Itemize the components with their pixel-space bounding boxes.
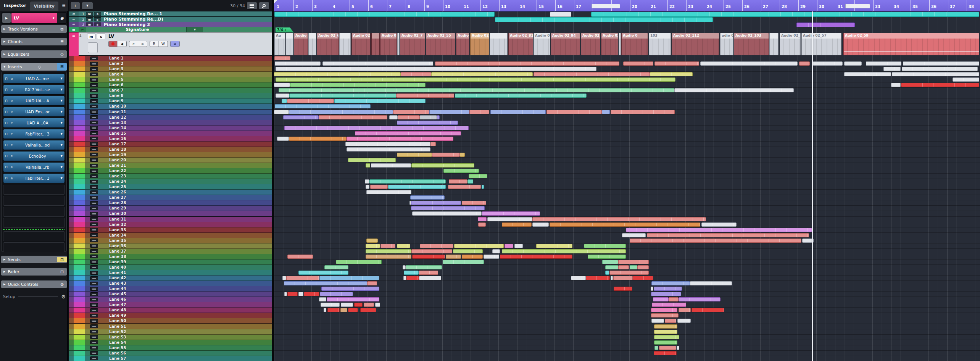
lane-color-chip[interactable]: [74, 340, 85, 345]
chords-icon[interactable]: ≣: [57, 39, 67, 44]
read-automation-button[interactable]: R: [150, 41, 159, 47]
lane-row[interactable]: Lane 41: [69, 270, 272, 276]
lane-clip[interactable]: [420, 244, 453, 248]
lane-solo-button[interactable]: [90, 340, 98, 344]
lane-clip[interactable]: [677, 346, 679, 350]
insert-slot-empty[interactable]: [3, 185, 65, 195]
lane-solo-button[interactable]: [90, 94, 98, 98]
lane-clip[interactable]: [277, 137, 289, 141]
lane-row[interactable]: Lane 33: [69, 227, 272, 233]
track-row[interactable]: ♒2msPiano Stemmning Re...D): [69, 17, 272, 22]
audio-clip[interactable]: [490, 33, 508, 55]
lane-solo-button[interactable]: [90, 249, 98, 253]
lane-solo-button[interactable]: [90, 196, 98, 200]
insert-slot[interactable]: ⊓eValhalla...od▼: [3, 140, 65, 150]
lane-solo-button[interactable]: [90, 260, 98, 264]
track-name[interactable]: LV: [108, 34, 114, 39]
lane-color-chip[interactable]: [74, 302, 85, 307]
lane-clip[interactable]: [891, 83, 901, 87]
audio-clip[interactable]: Audio 02_55: [470, 33, 489, 55]
ruler-measure[interactable]: 26: [742, 0, 761, 11]
lane-row[interactable]: Lane 13: [69, 120, 272, 126]
lane-solo-button[interactable]: [90, 233, 98, 237]
bypass-icon[interactable]: ⊓: [5, 88, 8, 92]
lane-clip[interactable]: [611, 110, 675, 114]
lane-clip[interactable]: [674, 88, 794, 92]
lane-clip[interactable]: [633, 276, 653, 280]
lane-row[interactable]: Lane 19: [69, 152, 272, 158]
lane-row[interactable]: Lane 57: [69, 356, 272, 361]
lane-clip[interactable]: [274, 72, 401, 76]
lane-row[interactable]: Lane 10: [69, 104, 272, 109]
lane-clip[interactable]: [347, 147, 430, 151]
lane-color-chip[interactable]: [74, 335, 85, 340]
edit-icon[interactable]: e: [11, 121, 13, 125]
lane-clip[interactable]: [380, 244, 395, 248]
ruler-measure[interactable]: 24: [705, 0, 724, 11]
lane-clip[interactable]: [602, 260, 618, 264]
insert-slot[interactable]: ⊓eUAD Em...or▼: [3, 107, 65, 117]
lane-clip[interactable]: [901, 83, 979, 87]
lane-color-chip[interactable]: [74, 308, 85, 313]
edit-icon[interactable]: e: [11, 77, 13, 81]
ruler-measure[interactable]: 30: [817, 0, 836, 11]
lane-clip[interactable]: [844, 61, 862, 66]
lane-clip[interactable]: [467, 179, 473, 184]
lane-solo-button[interactable]: [90, 346, 98, 350]
lane-clip[interactable]: [654, 324, 677, 329]
lane-clip[interactable]: [366, 163, 370, 168]
lane-clip[interactable]: [401, 72, 431, 76]
lane-clip[interactable]: [654, 330, 677, 334]
lane-clip[interactable]: [366, 239, 378, 243]
lane-solo-button[interactable]: [90, 126, 98, 130]
track-event-strip[interactable]: [591, 12, 979, 17]
lane-color-chip[interactable]: [74, 93, 85, 98]
lane-clip[interactable]: [487, 217, 532, 221]
lane-color-chip[interactable]: [74, 259, 85, 264]
ruler-measure[interactable]: 28: [780, 0, 798, 11]
section-quick-controls[interactable]: ▶ Quick Controls ⊘: [1, 280, 67, 288]
lane-color-chip[interactable]: [74, 200, 85, 205]
lane-clip[interactable]: [365, 179, 369, 184]
lane-clip[interactable]: [371, 163, 411, 168]
lane-clip[interactable]: [611, 276, 613, 280]
bypass-icon[interactable]: ⊓: [5, 99, 8, 103]
lane-clip[interactable]: [275, 104, 371, 108]
lane-clip[interactable]: [903, 61, 979, 66]
lane-solo-button[interactable]: [90, 99, 98, 103]
edit-channel-icon[interactable]: e: [57, 15, 66, 21]
track-name[interactable]: Piano Stemmning Re...D): [102, 17, 272, 22]
ruler-measure[interactable]: 36: [929, 0, 948, 11]
lane-color-chip[interactable]: [74, 158, 85, 163]
lane-clip[interactable]: [429, 110, 469, 114]
ruler-measure[interactable]: 20: [630, 0, 649, 11]
edit-icon[interactable]: e: [11, 88, 13, 92]
mute-button[interactable]: m: [86, 12, 93, 16]
lane-color-chip[interactable]: [74, 211, 85, 216]
lane-clip[interactable]: [532, 217, 706, 221]
lane-clip[interactable]: [514, 244, 523, 248]
equalizers-icon[interactable]: ◇: [57, 52, 67, 57]
solo-button[interactable]: s: [94, 17, 101, 21]
lane-clip[interactable]: [614, 287, 632, 291]
lane-clip[interactable]: [304, 292, 319, 296]
lane-clip[interactable]: [284, 281, 367, 285]
lane-clip[interactable]: [637, 265, 649, 269]
lane-color-chip[interactable]: [74, 351, 85, 356]
lane-solo-button[interactable]: [90, 158, 98, 162]
lane-clip[interactable]: [654, 61, 699, 66]
lane-solo-button[interactable]: [90, 56, 98, 60]
lane-solo-button[interactable]: [90, 89, 98, 92]
lane-color-chip[interactable]: [74, 82, 85, 87]
ruler-measure[interactable]: 38: [967, 0, 980, 11]
lane-clip[interactable]: [404, 271, 419, 275]
lane-clip[interactable]: [550, 222, 700, 227]
lane-clip[interactable]: [953, 77, 979, 82]
lane-color-chip[interactable]: [74, 126, 85, 131]
lane-row[interactable]: Lane 54: [69, 340, 272, 345]
lane-solo-button[interactable]: [90, 298, 98, 301]
mute-button[interactable]: m: [86, 23, 93, 26]
lane-clip[interactable]: [453, 249, 483, 253]
lane-clip[interactable]: [435, 61, 619, 66]
track-row-signature[interactable]: ▬ ⌐ Signature ▼: [69, 27, 272, 32]
